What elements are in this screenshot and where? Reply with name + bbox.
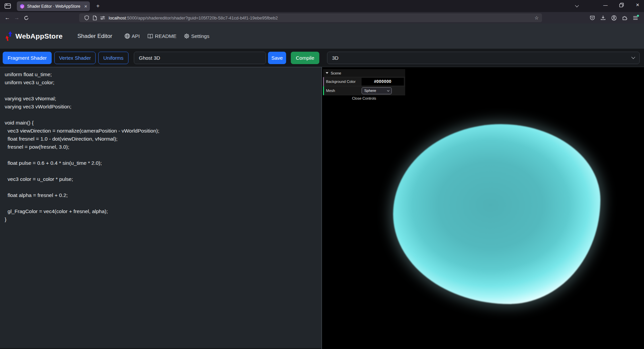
nav-item-label: Settings <box>191 33 209 39</box>
shader-name-input[interactable] <box>134 52 266 64</box>
folder-open-arrow-icon <box>326 72 328 74</box>
list-tabs-button[interactable] <box>572 2 582 10</box>
firefox-view-button[interactable] <box>3 2 13 10</box>
tab-close-icon[interactable]: × <box>84 4 87 9</box>
tracking-protection-shield-icon[interactable] <box>83 14 91 22</box>
bookmark-star-icon[interactable]: ☆ <box>534 15 539 20</box>
mesh-row: Mesh Sphere <box>323 86 405 95</box>
header-nav: API README <box>117 33 210 39</box>
vertex-shader-tab[interactable]: Vertex Shader <box>54 52 96 64</box>
background-color-label: Background Color <box>326 80 362 84</box>
mode-select[interactable]: 3D <box>327 52 640 64</box>
webappstore-logo-icon <box>5 31 13 42</box>
forward-button[interactable]: → <box>12 13 21 22</box>
url-path: :5000/app/shadereditor/shader?guid=105f7… <box>126 15 278 20</box>
tab-title: Shader Editor · WebAppStore <box>27 4 82 9</box>
code-editor-panel: uniform float u_time; uniform vec3 u_col… <box>0 67 321 349</box>
gear-icon <box>184 33 190 39</box>
background-color-swatch[interactable]: #000000 <box>362 78 404 86</box>
brand-name: WebAppStore <box>15 32 63 40</box>
shader-blob <box>393 124 600 304</box>
chevron-down-icon <box>631 55 635 59</box>
shader-code-editor[interactable]: uniform float u_time; uniform vec3 u_col… <box>0 67 321 348</box>
reload-icon <box>24 15 29 20</box>
window-restore-button[interactable] <box>616 0 627 10</box>
screen: { "browser": { "tab_title": "Shader Edit… <box>0 0 644 349</box>
chevron-down-icon <box>387 89 389 91</box>
shader-toolbar: Fragment Shader Vertex Shader Uniforms S… <box>0 49 644 67</box>
scene-folder-header[interactable]: Scene <box>323 69 405 77</box>
background-color-row: Background Color #000000 <box>323 77 405 86</box>
browser-tab[interactable]: Shader Editor · WebAppStore × <box>17 1 90 11</box>
window-close-button[interactable]: × <box>632 0 643 10</box>
nav-item-readme[interactable]: README <box>147 33 176 39</box>
browser-action-icons <box>587 13 641 22</box>
firefox-view-icon <box>4 3 11 9</box>
mesh-select-value: Sphere <box>364 89 376 93</box>
nav-item-api[interactable]: API <box>124 33 140 39</box>
compile-button[interactable]: Compile <box>291 52 319 64</box>
scene-controls-panel: Scene Background Color #000000 Mesh Sphe… <box>323 69 405 101</box>
nav-item-settings[interactable]: Settings <box>184 33 209 39</box>
globe-icon <box>124 33 130 39</box>
mode-select-value: 3D <box>332 55 338 61</box>
back-button[interactable]: ← <box>3 13 12 22</box>
window-minimize-button[interactable]: — <box>600 0 611 10</box>
pocket-button[interactable] <box>587 13 598 22</box>
scene-folder-label: Scene <box>331 71 341 75</box>
url-host: localhost <box>109 15 126 20</box>
close-controls-button[interactable]: Close Controls <box>323 95 405 101</box>
uniforms-tab[interactable]: Uniforms <box>98 52 128 64</box>
save-button[interactable]: Save <box>268 52 286 64</box>
url-text: localhost:5000/app/shadereditor/shader?g… <box>109 15 532 20</box>
url-bar[interactable]: localhost:5000/app/shadereditor/shader?g… <box>79 13 542 22</box>
nav-item-label: API <box>132 33 140 39</box>
account-button[interactable] <box>608 13 619 22</box>
page-title: Shader Editor <box>77 33 112 40</box>
tab-favicon <box>19 4 25 9</box>
site-permissions-icon[interactable] <box>99 14 107 22</box>
main-content: uniform float u_time; uniform vec3 u_col… <box>0 67 644 349</box>
menu-button[interactable] <box>630 13 641 22</box>
reload-button[interactable] <box>21 13 31 22</box>
brand[interactable]: WebAppStore <box>5 31 63 42</box>
book-icon <box>147 34 153 39</box>
nav-item-label: README <box>155 33 176 39</box>
browser-tab-bar: Shader Editor · WebAppStore × + — × <box>0 0 644 12</box>
app-header: WebAppStore Shader Editor API README <box>0 23 644 49</box>
page-security-icon[interactable] <box>91 14 99 22</box>
menu-notification-dot <box>637 15 639 17</box>
render-viewport[interactable]: Scene Background Color #000000 Mesh Sphe… <box>322 67 644 349</box>
new-tab-button[interactable]: + <box>93 2 103 10</box>
chevron-down-icon <box>575 3 579 7</box>
downloads-button[interactable] <box>598 13 608 22</box>
extensions-button[interactable] <box>619 13 630 22</box>
mesh-label: Mesh <box>326 89 362 93</box>
browser-nav-bar: ← → localhost:5000/app/shadereditor <box>0 12 644 23</box>
mesh-select[interactable]: Sphere <box>362 87 392 94</box>
window-restore-icon <box>619 3 624 7</box>
fragment-shader-tab[interactable]: Fragment Shader <box>3 52 52 64</box>
